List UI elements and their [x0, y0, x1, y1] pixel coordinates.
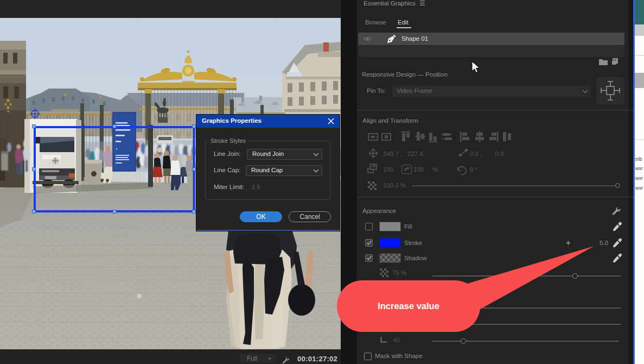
svg-text:Increase value: Increase value	[378, 301, 439, 311]
